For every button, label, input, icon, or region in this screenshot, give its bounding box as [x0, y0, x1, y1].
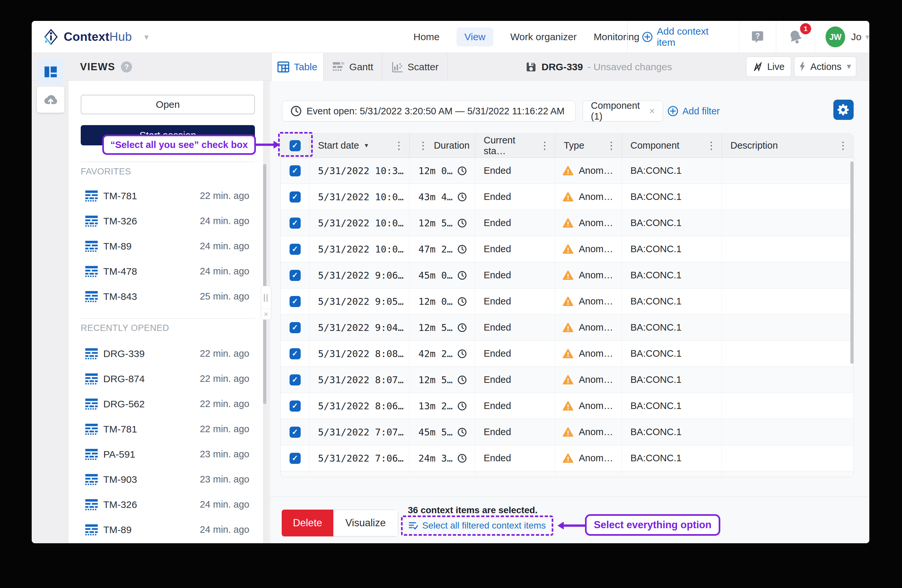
list-item[interactable]: TM-89 24 min. ago: [69, 517, 263, 542]
list-item[interactable]: TM-478 24 min. ago: [69, 259, 263, 284]
view-name: TM-781: [103, 424, 137, 435]
notification-badge: 1: [800, 23, 811, 34]
header-cell-type[interactable]: Type ⋮: [555, 134, 622, 158]
column-menu-icon[interactable]: ⋮: [706, 139, 716, 152]
list-item[interactable]: TM-326 24 min. ago: [69, 492, 263, 517]
table-row[interactable]: 5/31/2022 8:07… 12m 5… Ended: [281, 367, 853, 393]
row-checkbox[interactable]: [290, 427, 301, 438]
table-settings-button[interactable]: [833, 100, 853, 120]
select-all-filtered-link[interactable]: Select all filtered context items: [422, 521, 546, 531]
table-row[interactable]: 5/31/2022 7:07… 45m 5… Ended: [281, 419, 853, 445]
select-all-visible-checkbox[interactable]: [290, 140, 301, 151]
filter-component[interactable]: Component (1) ×: [583, 101, 663, 122]
divider: [81, 318, 255, 319]
nav-work-organizer[interactable]: Work organizer: [511, 31, 577, 42]
clock-icon: [457, 454, 467, 463]
list-item[interactable]: TM-89 24 min. ago: [69, 233, 263, 259]
selection-count-label: 36 context items are selected.: [408, 505, 538, 516]
row-checkbox[interactable]: [290, 244, 301, 255]
table-row[interactable]: 5/31/2022 9:04… 12m 5… Ended: [281, 314, 853, 341]
header-cell-current-status[interactable]: Current sta… ⋮: [475, 134, 555, 158]
view-time: 23 min. ago: [200, 474, 249, 485]
table-row[interactable]: 5/31/2022 9:06… 45m 0… Ended: [281, 262, 853, 288]
list-item[interactable]: DRG-874 22 min. ago: [69, 366, 263, 391]
row-checkbox[interactable]: [290, 322, 301, 333]
add-context-item-button[interactable]: Add context item: [642, 26, 725, 48]
list-item[interactable]: TM-781 22 min. ago: [69, 183, 263, 208]
cell-current-status: Ended: [475, 419, 555, 445]
cell-start-date: 5/31/2022 10:0…: [310, 184, 409, 210]
add-filter-button[interactable]: Add filter: [667, 101, 720, 122]
actions-button[interactable]: Actions ▼: [794, 56, 856, 77]
scrollbar-thumb[interactable]: [263, 164, 266, 404]
row-checkbox[interactable]: [290, 165, 301, 177]
column-menu-icon[interactable]: ⋮: [394, 139, 404, 152]
view-time: 24 min. ago: [200, 266, 249, 277]
header-cell-duration[interactable]: ⋮ Duration: [409, 134, 475, 158]
user-menu-caret-icon[interactable]: ▾: [865, 32, 869, 42]
table-row[interactable]: 5/31/2022 10:0… 47m 2… Ended: [281, 236, 853, 262]
list-item[interactable]: TM-843 25 min. ago: [69, 284, 263, 309]
filter-event-open[interactable]: Event open: 5/31/2022 3:20:50 AM — 5/31/…: [282, 101, 576, 122]
tab-scatter[interactable]: Scatter: [382, 53, 448, 81]
cell-start-date: 5/31/2022 8:06…: [310, 393, 409, 419]
column-menu-icon[interactable]: ⋮: [606, 139, 616, 152]
type-value: Anom…: [579, 322, 613, 333]
list-item[interactable]: DRG-339 22 min. ago: [69, 341, 263, 366]
list-item[interactable]: TM-903 23 min. ago: [69, 467, 263, 492]
views-help-icon[interactable]: ?: [121, 61, 132, 72]
rail-upload-button[interactable]: [37, 86, 64, 113]
nav-view[interactable]: View: [457, 27, 493, 46]
column-menu-icon[interactable]: ⋮: [838, 139, 848, 152]
table-row[interactable]: 5/31/2022 9:05… 12m 0… Ended: [281, 288, 853, 314]
table-row[interactable]: 5/31/2022 7:06… 24m 3… Ended: [281, 445, 853, 471]
notifications-button[interactable]: 1: [787, 28, 804, 45]
table-scrollbar[interactable]: [850, 161, 853, 364]
rail-views-button[interactable]: [37, 59, 64, 85]
table-row[interactable]: 5/31/2022 8:06… 13m 2… Ended: [281, 393, 853, 419]
live-toggle-button[interactable]: Live: [746, 56, 791, 77]
workspace-caret-icon[interactable]: ▾: [144, 32, 149, 42]
delete-button[interactable]: Delete: [282, 510, 334, 536]
header-cell-select: [281, 134, 310, 158]
list-item[interactable]: PA-591 23 min. ago: [69, 442, 263, 467]
tab-gantt[interactable]: Gantt: [324, 53, 382, 81]
nav-home[interactable]: Home: [413, 31, 440, 42]
sidebar-resize-handle[interactable]: || ×: [261, 286, 271, 320]
collapse-sidebar-icon[interactable]: ×: [261, 309, 271, 319]
save-icon[interactable]: [525, 61, 537, 73]
view-name: TM-843: [103, 291, 137, 302]
help-button[interactable]: ?: [750, 30, 765, 44]
table-row[interactable]: 5/31/2022 8:08… 42m 2… Ended: [281, 341, 853, 367]
open-view-button[interactable]: Open: [81, 95, 255, 114]
avatar[interactable]: JW: [825, 27, 845, 47]
app-logo[interactable]: ContextHub ▾: [43, 21, 149, 53]
list-item[interactable]: TM-781 22 min. ago: [69, 416, 263, 442]
divider: [627, 21, 628, 53]
list-item[interactable]: DRG-562 22 min. ago: [69, 391, 263, 416]
clock-icon: [457, 271, 467, 280]
row-checkbox[interactable]: [290, 400, 301, 411]
header-cell-description[interactable]: Description ⋮: [722, 134, 853, 158]
visualize-button[interactable]: Visualize: [334, 510, 398, 536]
row-checkbox[interactable]: [290, 270, 301, 281]
view-time: 25 min. ago: [200, 291, 249, 302]
cell-current-status: Ended: [475, 393, 555, 419]
remove-filter-icon[interactable]: ×: [649, 105, 655, 117]
list-item[interactable]: TM-326 24 min. ago: [69, 208, 263, 233]
header-cell-start-date[interactable]: Start date ▼ ⋮: [310, 134, 409, 158]
tab-table[interactable]: Table: [271, 53, 324, 81]
row-checkbox[interactable]: [290, 191, 301, 203]
resize-grip-icon[interactable]: ||: [261, 286, 271, 309]
row-checkbox[interactable]: [290, 296, 301, 307]
row-checkbox[interactable]: [290, 217, 301, 229]
table-row[interactable]: 5/31/2022 10:3… 12m 0… Ended: [281, 158, 853, 184]
row-checkbox[interactable]: [290, 453, 301, 464]
table-row[interactable]: 5/31/2022 10:0… 43m 4… Ended: [281, 184, 853, 210]
row-checkbox[interactable]: [290, 374, 301, 385]
column-menu-icon[interactable]: ⋮: [540, 139, 550, 152]
header-cell-component[interactable]: Component ⋮: [622, 134, 722, 158]
row-checkbox[interactable]: [290, 348, 301, 359]
table-row[interactable]: 5/31/2022 10:0… 12m 5… Ended: [281, 210, 853, 236]
column-menu-icon[interactable]: ⋮: [418, 139, 428, 152]
